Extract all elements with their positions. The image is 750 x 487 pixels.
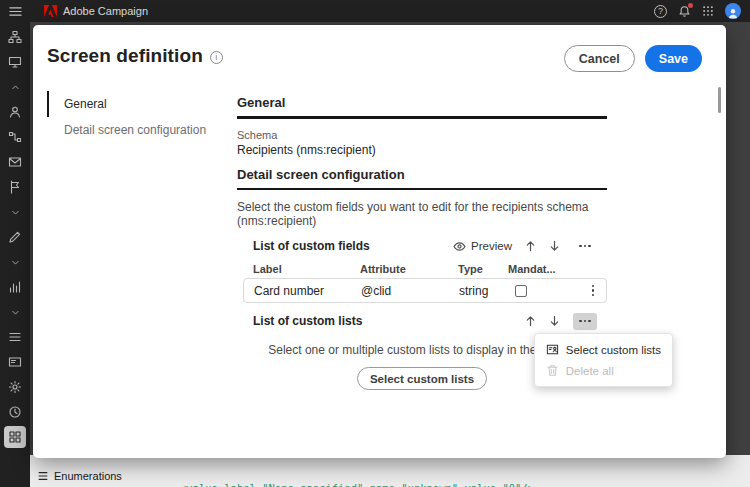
arrow-down-icon bbox=[549, 315, 560, 327]
info-icon[interactable] bbox=[210, 51, 223, 64]
section-divider bbox=[237, 116, 607, 119]
arrow-up-icon bbox=[525, 315, 536, 327]
move-down-button[interactable] bbox=[549, 240, 560, 252]
menu-item-delete-all[interactable]: Delete all bbox=[535, 360, 672, 381]
dialog-header: Screen definition bbox=[47, 45, 223, 67]
column-header-label: Label bbox=[253, 263, 360, 275]
arrow-up-icon bbox=[525, 240, 536, 252]
section-divider bbox=[237, 188, 607, 191]
custom-lists-controls bbox=[525, 313, 597, 330]
eye-icon bbox=[453, 241, 466, 252]
table-row: Card number @clid string bbox=[243, 278, 607, 303]
detail-section-description: Select the custom fields you want to edi… bbox=[237, 200, 607, 228]
column-header-mandatory: Mandat... bbox=[508, 263, 564, 275]
menu-item-select-custom-lists[interactable]: Select custom lists bbox=[535, 339, 672, 360]
more-actions-menu: Select custom lists Delete all bbox=[534, 333, 673, 387]
dialog-content: General Schema Recipients (nms:recipient… bbox=[237, 87, 607, 390]
arrow-down-icon bbox=[549, 240, 560, 252]
screen-definition-dialog: Screen definition Cancel Save General De… bbox=[33, 25, 726, 458]
cell-label: Card number bbox=[254, 284, 361, 298]
column-header-type: Type bbox=[458, 263, 508, 275]
schema-value: Recipients (nms:recipient) bbox=[237, 143, 607, 157]
table-header-row: Label Attribute Type Mandat... bbox=[243, 260, 607, 278]
custom-fields-table: Label Attribute Type Mandat... Card numb… bbox=[243, 260, 607, 303]
move-up-button[interactable] bbox=[525, 315, 536, 327]
menu-item-label: Delete all bbox=[566, 365, 614, 377]
menu-item-label: Select custom lists bbox=[566, 344, 661, 356]
nav-item-general[interactable]: General bbox=[47, 91, 225, 117]
schema-label: Schema bbox=[237, 129, 607, 141]
custom-fields-title: List of custom fields bbox=[253, 239, 370, 253]
custom-lists-toolbar: List of custom lists Select custom lists… bbox=[237, 309, 607, 333]
cell-type: string bbox=[459, 284, 509, 298]
move-up-button[interactable] bbox=[525, 240, 536, 252]
page-title: Screen definition bbox=[47, 45, 203, 67]
modal-scrollbar[interactable] bbox=[718, 87, 721, 113]
preview-button[interactable]: Preview bbox=[453, 240, 512, 252]
select-custom-lists-button[interactable]: Select custom lists bbox=[357, 367, 487, 390]
mandatory-checkbox[interactable] bbox=[515, 285, 527, 297]
custom-lists-title: List of custom lists bbox=[253, 314, 362, 328]
nav-item-detail-screen-configuration[interactable]: Detail screen configuration bbox=[47, 117, 225, 143]
custom-fields-toolbar: List of custom fields Preview bbox=[237, 234, 607, 258]
dialog-actions: Cancel Save bbox=[564, 45, 702, 72]
detail-section-heading: Detail screen configuration bbox=[237, 167, 607, 182]
row-more-button[interactable] bbox=[590, 283, 597, 299]
cell-mandatory bbox=[509, 285, 565, 297]
move-down-button[interactable] bbox=[549, 315, 560, 327]
cell-attribute: @clid bbox=[361, 284, 459, 298]
trash-icon bbox=[546, 364, 559, 377]
preview-label: Preview bbox=[471, 240, 512, 252]
dialog-side-nav: General Detail screen configuration bbox=[47, 91, 225, 143]
save-button[interactable]: Save bbox=[645, 45, 702, 72]
column-header-attribute: Attribute bbox=[360, 263, 458, 275]
custom-lists-more-button[interactable] bbox=[573, 313, 597, 330]
cancel-button[interactable]: Cancel bbox=[564, 45, 635, 72]
general-section-heading: General bbox=[237, 95, 607, 110]
custom-fields-more-button[interactable] bbox=[573, 238, 597, 255]
select-lists-icon bbox=[546, 343, 559, 356]
custom-fields-controls: Preview bbox=[453, 238, 597, 255]
